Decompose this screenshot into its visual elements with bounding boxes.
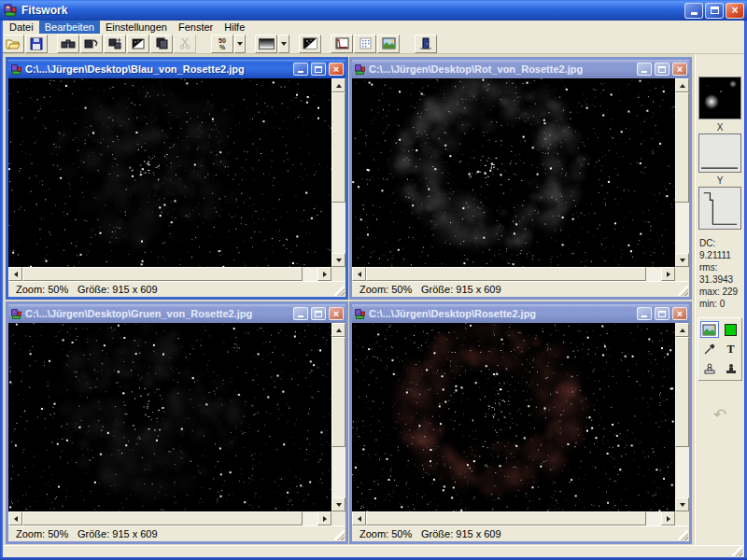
horizontal-scrollbar[interactable] (352, 511, 675, 525)
scroll-right-button[interactable] (661, 267, 675, 281)
scroll-right-button[interactable] (317, 511, 331, 525)
resize-grip[interactable] (678, 530, 688, 540)
maximize-button[interactable] (655, 307, 669, 320)
vertical-scroll-thumb[interactable] (675, 92, 689, 203)
horizontal-scrollbar[interactable] (352, 267, 675, 281)
window-titlebar[interactable]: C:\...\Jürgen\Desktop\Blau_von_Rosette2.… (8, 60, 345, 78)
combine-images-button[interactable] (57, 35, 79, 53)
horizontal-scroll-thumb[interactable] (22, 511, 303, 525)
window-titlebar[interactable]: C:\...\Jürgen\Desktop\Gruen_von_Rosette2… (8, 304, 345, 323)
image-size: Größe: 915 x 609 (78, 528, 158, 539)
scroll-left-button[interactable] (352, 511, 366, 525)
cut-button[interactable] (174, 35, 196, 53)
scroll-down-button[interactable] (331, 497, 345, 511)
minimize-button[interactable] (293, 307, 308, 320)
exit-button[interactable] (415, 35, 437, 53)
menu-bearbeiten[interactable]: Bearbeiten (39, 21, 100, 34)
menu-fenster[interactable]: Fenster (173, 21, 218, 34)
menu-datei[interactable]: Datei (4, 21, 39, 34)
show-image-button[interactable] (377, 35, 400, 53)
zoom-level-button[interactable]: 50% (211, 35, 233, 53)
histogram-button[interactable] (331, 35, 353, 53)
open-file-button[interactable] (2, 35, 24, 53)
contrast-stretch-button[interactable] (127, 35, 149, 53)
stamp-dark-tool-button[interactable] (722, 360, 740, 377)
vertical-scrollbar[interactable] (675, 323, 689, 511)
horizontal-scroll-thumb[interactable] (366, 267, 646, 281)
scroll-right-button[interactable] (317, 267, 331, 281)
maximize-button[interactable] (311, 63, 326, 76)
pixel-grid-button[interactable] (354, 35, 376, 53)
horizontal-scrollbar[interactable] (8, 267, 331, 281)
close-button[interactable]: × (672, 307, 687, 320)
duplicate-image-button[interactable] (150, 35, 173, 53)
scroll-down-button[interactable] (675, 253, 689, 267)
combine-images-icon (61, 38, 76, 49)
scroll-down-button[interactable] (675, 497, 689, 511)
copy-image-button[interactable] (104, 35, 126, 53)
maximize-button[interactable] (705, 3, 724, 19)
undo-icon[interactable]: ↶ (713, 405, 726, 425)
minimize-button[interactable] (637, 63, 652, 76)
scroll-left-button[interactable] (8, 511, 22, 525)
close-button[interactable]: × (726, 3, 744, 19)
scroll-left-button[interactable] (8, 267, 22, 281)
stamp-light-tool-button[interactable] (700, 360, 719, 377)
vertical-scrollbar[interactable] (331, 78, 345, 267)
close-button[interactable]: × (329, 63, 344, 76)
minimize-button[interactable] (637, 307, 652, 320)
window-titlebar[interactable]: C:\...\Jürgen\Desktop\Rosette2.jpg × (352, 304, 689, 323)
picture-tool-button[interactable] (700, 321, 719, 338)
resize-grip[interactable] (334, 530, 345, 540)
astro-image[interactable] (352, 323, 675, 511)
vertical-scrollbar[interactable] (331, 323, 345, 511)
resize-grip[interactable] (678, 286, 688, 296)
color-swatch-button[interactable] (722, 321, 740, 338)
picture-icon (382, 37, 396, 49)
astro-image[interactable] (8, 323, 331, 511)
floppy-disk-icon (30, 37, 43, 50)
scroll-left-button[interactable] (352, 267, 366, 281)
maximize-button[interactable] (311, 307, 326, 320)
fitswork-window-icon (354, 308, 366, 320)
vertical-scroll-thumb[interactable] (675, 337, 689, 447)
text-tool-button[interactable]: T (722, 341, 740, 357)
scroll-up-button[interactable] (331, 323, 345, 337)
eyedropper-tool-button[interactable] (700, 341, 719, 357)
rotate-image-button[interactable] (80, 35, 103, 53)
scroll-down-button[interactable] (331, 253, 345, 267)
close-button[interactable]: × (329, 307, 344, 320)
astro-image[interactable] (352, 78, 675, 267)
scroll-up-button[interactable] (331, 78, 345, 92)
vertical-scroll-thumb[interactable] (331, 337, 345, 447)
palette-dropdown-button[interactable] (278, 35, 289, 53)
resize-grip[interactable] (334, 286, 345, 296)
vertical-scroll-thumb[interactable] (331, 92, 345, 203)
menu-hilfe[interactable]: Hilfe (218, 21, 250, 34)
save-button[interactable] (25, 35, 48, 53)
scroll-up-button[interactable] (675, 323, 689, 337)
horizontal-scrollbar[interactable] (8, 511, 331, 525)
app-titlebar[interactable]: Fitswork × (0, 0, 747, 21)
close-button[interactable]: × (672, 63, 687, 76)
scroll-right-button[interactable] (661, 511, 675, 525)
resize-grip[interactable] (732, 546, 742, 556)
window-titlebar[interactable]: C:\...\Jürgen\Desktop\Rot_von_Rosette2.j… (352, 60, 689, 78)
maximize-button[interactable] (655, 63, 669, 76)
horizontal-scroll-thumb[interactable] (366, 511, 646, 525)
horizontal-scroll-thumb[interactable] (22, 267, 303, 281)
zoom-dropdown-button[interactable] (234, 35, 246, 53)
window-statusbar: Zoom: 50% Größe: 915 x 609 (352, 525, 689, 541)
minimize-button[interactable] (684, 3, 703, 19)
window-title: C:\...\Jürgen\Desktop\Blau_von_Rosette2.… (25, 63, 290, 75)
minimize-button[interactable] (293, 63, 308, 76)
astro-image[interactable] (8, 78, 331, 267)
auto-contrast-icon (303, 37, 317, 49)
vertical-scrollbar[interactable] (675, 78, 689, 267)
copy-image-icon (107, 37, 122, 49)
scroll-up-button[interactable] (675, 78, 689, 92)
gradient-palette-button[interactable] (255, 35, 277, 53)
menu-einstellungen[interactable]: Einstellungen (100, 21, 173, 34)
auto-contrast-button[interactable] (299, 35, 321, 53)
window-title: C:\...\Jürgen\Desktop\Rot_von_Rosette2.j… (369, 63, 634, 75)
